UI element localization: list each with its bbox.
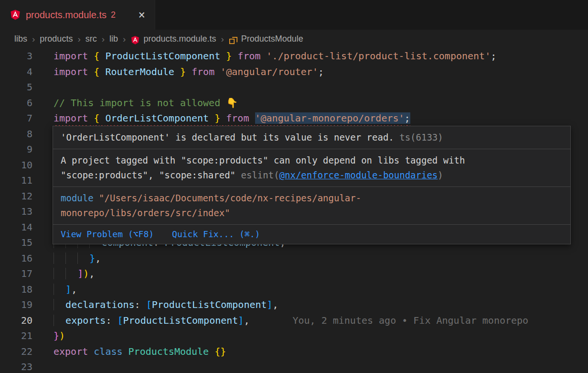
line-number[interactable]: 21 xyxy=(0,328,32,344)
code-content xyxy=(32,157,53,173)
tab-products-module[interactable]: products.module.ts 2 × xyxy=(0,0,155,30)
line-number[interactable]: 18 xyxy=(0,282,32,297)
breadcrumb-item-lib[interactable]: lib xyxy=(109,34,118,44)
code-content xyxy=(32,359,53,373)
hover-tooltip: 'OrderListComponent' is declared but its… xyxy=(53,126,571,244)
line-number[interactable]: 19 xyxy=(0,297,32,313)
line-number[interactable]: 4 xyxy=(0,64,32,80)
quick-fix-action[interactable]: Quick Fix... (⌘.) xyxy=(172,229,260,240)
line-number[interactable]: 15 xyxy=(0,235,32,251)
code-content: declarations: [ProductListComponent], xyxy=(32,297,278,313)
code-line-22[interactable]: 22export class ProductsModule {} xyxy=(0,344,588,360)
code-content: // This import is not allowed 👇 xyxy=(32,95,238,111)
code-content: exports: [ProductListComponent],You, 2 m… xyxy=(32,313,528,329)
editor[interactable]: 3import { ProductListComponent } from '.… xyxy=(0,48,588,373)
code-content xyxy=(32,188,53,204)
code-content xyxy=(32,142,53,157)
line-number[interactable]: 16 xyxy=(0,251,32,266)
code-content: ]), xyxy=(32,266,95,282)
angular-icon xyxy=(130,35,140,45)
breadcrumb-separator: › xyxy=(221,34,224,44)
breadcrumb-item-products[interactable]: products xyxy=(40,34,73,44)
symbol-class-icon xyxy=(229,35,238,44)
code-line-23[interactable]: 23 xyxy=(0,359,588,373)
hover-section-ts-diagnostic: 'OrderListComponent' is declared but its… xyxy=(53,126,570,149)
code-content xyxy=(32,126,53,142)
hover-section-module-path: module "/Users/isaac/Documents/code/nx-r… xyxy=(53,187,570,225)
line-number[interactable]: 14 xyxy=(0,219,32,235)
tab-title: products.module.ts xyxy=(26,10,107,21)
line-number[interactable]: 12 xyxy=(0,188,32,204)
close-icon[interactable]: × xyxy=(137,8,147,22)
line-number[interactable]: 11 xyxy=(0,173,32,188)
breadcrumb-item-src[interactable]: src xyxy=(86,34,97,44)
code-content xyxy=(32,219,53,235)
hover-section-eslint-diagnostic: A project tagged with "scope:products" c… xyxy=(53,149,570,187)
breadcrumb: libs›products›src›lib›products.module.ts… xyxy=(0,30,588,48)
line-number[interactable]: 9 xyxy=(0,142,32,157)
code-content: }, xyxy=(32,251,101,266)
breadcrumb-item-products-module-ts[interactable]: products.module.ts xyxy=(143,34,216,44)
code-line-16[interactable]: 16 }, xyxy=(0,251,588,266)
code-content: import { OrderListComponent } from '@ang… xyxy=(32,110,410,126)
line-number[interactable]: 22 xyxy=(0,344,32,360)
line-number[interactable]: 13 xyxy=(0,204,32,219)
eslint-rule-link[interactable]: @nx/enforce-module-boundaries xyxy=(279,170,438,180)
code-line-18[interactable]: 18 ], xyxy=(0,282,588,297)
tab-problems-badge: 2 xyxy=(111,10,116,20)
code-content: import { RouterModule } from '@angular/r… xyxy=(32,64,324,80)
line-number[interactable]: 17 xyxy=(0,266,32,282)
line-number[interactable]: 20 xyxy=(0,313,32,329)
breadcrumb-separator: › xyxy=(102,34,105,44)
code-line-7[interactable]: 7import { OrderListComponent } from '@an… xyxy=(0,110,588,126)
code-content xyxy=(32,79,53,95)
line-number[interactable]: 23 xyxy=(0,359,32,373)
code-line-19[interactable]: 19 declarations: [ProductListComponent], xyxy=(0,297,588,313)
code-content xyxy=(32,204,53,219)
breadcrumb-separator: › xyxy=(32,34,35,44)
code-content: }) xyxy=(32,328,65,344)
code-content xyxy=(32,173,53,188)
code-line-5[interactable]: 5 xyxy=(0,79,588,95)
line-number[interactable]: 3 xyxy=(0,48,32,64)
code-content: ], xyxy=(32,282,77,297)
line-number[interactable]: 10 xyxy=(0,157,32,173)
code-content: import { ProductListComponent } from './… xyxy=(32,48,496,64)
error-squiggle: import { OrderListComponent } from '@ang… xyxy=(53,112,410,124)
code-line-3[interactable]: 3import { ProductListComponent } from '.… xyxy=(0,48,588,64)
code-line-4[interactable]: 4import { RouterModule } from '@angular/… xyxy=(0,64,588,80)
view-problem-action[interactable]: View Problem (⌥F8) xyxy=(61,229,154,240)
line-number[interactable]: 6 xyxy=(0,95,32,111)
code-line-21[interactable]: 21}) xyxy=(0,328,588,344)
line-number[interactable]: 5 xyxy=(0,79,32,95)
code-line-6[interactable]: 6// This import is not allowed 👇 xyxy=(0,95,588,111)
line-number[interactable]: 7 xyxy=(0,110,32,126)
angular-icon xyxy=(10,9,21,21)
code-content: export class ProductsModule {} xyxy=(32,344,226,360)
code-line-17[interactable]: 17 ]), xyxy=(0,266,588,282)
breadcrumb-separator: › xyxy=(77,34,80,44)
code-line-20[interactable]: 20 exports: [ProductListComponent],You, … xyxy=(0,313,588,329)
breadcrumb-item-libs[interactable]: libs xyxy=(14,34,27,44)
breadcrumb-separator: › xyxy=(123,34,126,44)
git-blame-annotation: You, 2 minutes ago • Fix Angular monorep… xyxy=(292,315,528,326)
line-number[interactable]: 8 xyxy=(0,126,32,142)
hover-actions: View Problem (⌥F8)Quick Fix... (⌘.) xyxy=(53,225,570,244)
tab-bar: products.module.ts 2 × xyxy=(0,0,588,30)
breadcrumb-item-productsmodule[interactable]: ProductsModule xyxy=(241,34,303,44)
